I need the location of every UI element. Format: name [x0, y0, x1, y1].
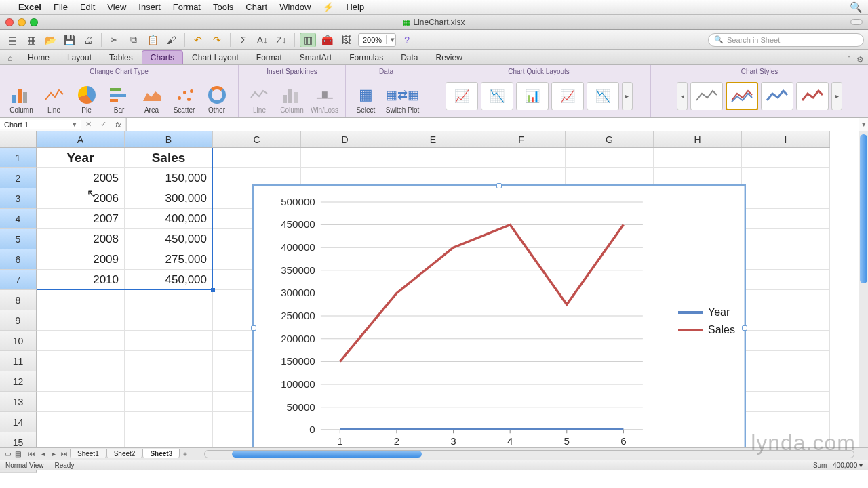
cell-B9[interactable] [125, 310, 213, 331]
select-all-corner[interactable] [0, 131, 37, 148]
row-header-3[interactable]: 3 [0, 188, 37, 209]
cell-A1[interactable]: Year [37, 148, 125, 168]
column-header-F[interactable]: F [477, 131, 566, 147]
cell-C1[interactable] [213, 148, 301, 168]
row-header-4[interactable]: 4 [0, 209, 37, 229]
gallery-button[interactable]: ▥ [300, 33, 316, 47]
column-header-G[interactable]: G [566, 131, 654, 147]
cell-F1[interactable] [477, 148, 566, 168]
sheet-tab-3[interactable]: Sheet3 [142, 449, 180, 458]
chart-style-prev[interactable]: ◂ [677, 82, 688, 110]
new-from-template-button[interactable]: ▦ [23, 33, 39, 47]
cell-A4[interactable]: 2007 [37, 209, 125, 229]
column-header-D[interactable]: D [301, 131, 389, 147]
cell-A3[interactable]: 2006 [37, 188, 125, 209]
row-header-12[interactable]: 12 [0, 371, 37, 392]
cell-I11[interactable] [742, 351, 830, 371]
row-header-13[interactable]: 13 [0, 392, 37, 412]
cell-A10[interactable] [37, 331, 125, 351]
zoom-control[interactable]: 200%▾ [358, 33, 396, 47]
formula-input[interactable] [126, 118, 859, 131]
column-header-E[interactable]: E [389, 131, 477, 147]
column-header-A[interactable]: A [37, 131, 125, 147]
cell-I9[interactable] [742, 310, 830, 331]
chart-style-3[interactable] [761, 82, 793, 110]
cell-I12[interactable] [742, 371, 830, 392]
cell-B12[interactable] [125, 371, 213, 392]
chart-style-4[interactable] [796, 82, 829, 110]
tab-charts[interactable]: Charts [142, 50, 183, 64]
menu-file[interactable]: File [47, 2, 74, 12]
menu-insert[interactable]: Insert [132, 2, 167, 12]
spotlight-icon[interactable]: 🔍 [850, 1, 863, 14]
redo-button[interactable]: ↷ [209, 33, 225, 47]
formula-cancel-button[interactable]: ✕ [81, 118, 96, 131]
chart-plot-area[interactable]: 0500001000001500002000002500003000003500… [266, 195, 650, 447]
tab-format[interactable]: Format [248, 50, 291, 64]
open-button[interactable]: 📂 [42, 33, 58, 47]
search-in-sheet[interactable]: 🔍Search in Sheet [708, 33, 864, 47]
row-header-8[interactable]: 8 [0, 290, 37, 310]
cell-B8[interactable] [125, 290, 213, 310]
view-normal-icon[interactable]: ▭ [3, 450, 13, 458]
media-browser-button[interactable]: 🖼 [338, 33, 354, 47]
cell-E1[interactable] [389, 148, 477, 168]
ribbon-home-icon[interactable]: ⌂ [4, 52, 16, 64]
cell-I3[interactable] [742, 188, 830, 209]
cell-I10[interactable] [742, 331, 830, 351]
cell-B5[interactable]: 450,000 [125, 229, 213, 249]
ribbon-collapse-icon[interactable]: ˄ [847, 55, 851, 64]
cell-B10[interactable] [125, 331, 213, 351]
cell-I4[interactable] [742, 209, 830, 229]
chart-type-scatter[interactable]: Scatter [170, 77, 199, 116]
print-button[interactable]: 🖨 [80, 33, 96, 47]
cell-A5[interactable]: 2008 [37, 229, 125, 249]
window-toolbar-toggle[interactable] [850, 19, 863, 25]
quick-layout-3[interactable]: 📊 [516, 82, 549, 110]
save-button[interactable]: 💾 [61, 33, 77, 47]
copy-button[interactable]: ⧉ [125, 33, 142, 47]
column-header-C[interactable]: C [213, 131, 301, 147]
cell-B6[interactable]: 275,000 [125, 249, 213, 270]
formula-expand[interactable]: ▾ [859, 120, 868, 129]
cell-A14[interactable] [37, 412, 125, 432]
tab-tables[interactable]: Tables [100, 50, 142, 64]
sort-desc-button[interactable]: Z↓ [273, 33, 290, 47]
chart-type-line[interactable]: Line [39, 77, 69, 116]
cell-D1[interactable] [301, 148, 389, 168]
sort-asc-button[interactable]: A↓ [254, 33, 271, 47]
chart-type-area[interactable]: Area [137, 77, 167, 116]
row-header-6[interactable]: 6 [0, 249, 37, 270]
cut-button[interactable]: ✂ [106, 33, 123, 47]
cell-A7[interactable]: 2010 [37, 270, 125, 290]
help-button[interactable]: ? [399, 33, 415, 47]
menu-view[interactable]: View [101, 2, 132, 12]
menu-app[interactable]: Excel [12, 2, 47, 12]
chart-style-1[interactable] [690, 82, 723, 110]
cell-A2[interactable]: 2005 [37, 168, 125, 188]
tab-home[interactable]: Home [19, 50, 58, 64]
sparkline-column[interactable]: Column [277, 77, 307, 116]
cell-A8[interactable] [37, 290, 125, 310]
new-workbook-button[interactable]: ▤ [4, 33, 20, 47]
cell-B2[interactable]: 150,000 [125, 168, 213, 188]
row-header-10[interactable]: 10 [0, 331, 37, 351]
tab-smartart[interactable]: SmartArt [291, 50, 340, 64]
cell-I5[interactable] [742, 229, 830, 249]
chart-handle-n[interactable] [496, 183, 502, 188]
tab-layout[interactable]: Layout [58, 50, 100, 64]
cell-A12[interactable] [37, 371, 125, 392]
chart-legend[interactable]: Year Sales [678, 301, 735, 342]
name-box[interactable]: Chart 1▾ [0, 120, 81, 129]
cell-I2[interactable] [742, 168, 830, 188]
cell-A11[interactable] [37, 351, 125, 371]
cell-B1[interactable]: Sales [125, 148, 213, 168]
row-header-2[interactable]: 2 [0, 168, 37, 188]
menu-scripts[interactable]: ⚡ [317, 2, 340, 12]
vertical-scrollbar[interactable] [859, 131, 868, 447]
cell-B14[interactable] [125, 412, 213, 432]
sheet-nav-first[interactable]: ⏮ [26, 450, 37, 458]
data-select[interactable]: ▦Select [351, 77, 381, 116]
chart-type-bar[interactable]: Bar [104, 77, 134, 116]
row-header-14[interactable]: 14 [0, 412, 37, 432]
